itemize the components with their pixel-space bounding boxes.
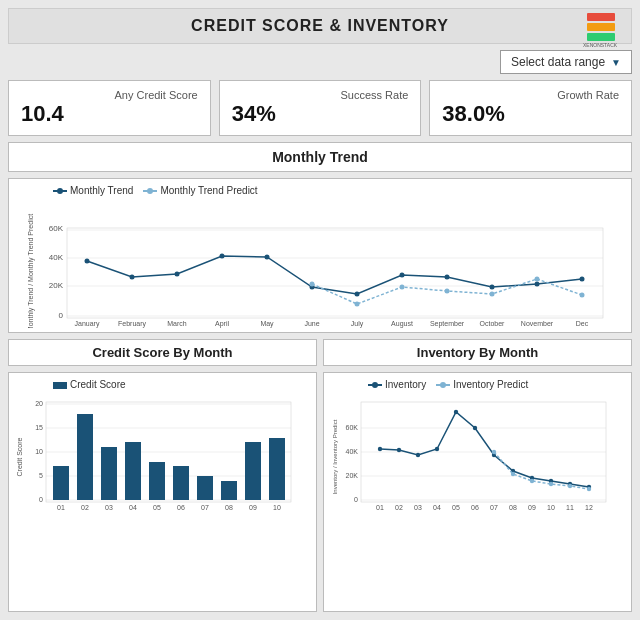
svg-point-85 (372, 382, 378, 388)
svg-text:0: 0 (39, 496, 43, 503)
bottom-charts-row: Credit Score Credit Score 0 5 10 15 20 (8, 372, 632, 612)
page-title: CREDIT SCORE & INVENTORY (191, 17, 449, 35)
credit-score-svg: Credit Score 0 5 10 15 20 (13, 392, 298, 512)
kpi-success-rate-value: 34% (232, 101, 409, 127)
header: CREDIT SCORE & INVENTORY XENONSTACK (8, 8, 632, 44)
credit-score-by-month-title: Credit Score By Month (92, 345, 232, 360)
legend-credit-score-icon (53, 381, 67, 389)
svg-text:Monthly Trend / Monthly Trend : Monthly Trend / Monthly Trend Predict (27, 214, 35, 328)
kpi-growth-rate-label: Growth Rate (442, 89, 619, 101)
svg-point-32 (130, 275, 135, 280)
svg-text:May: May (260, 320, 274, 328)
svg-point-37 (355, 292, 360, 297)
svg-point-103 (473, 426, 477, 430)
svg-point-99 (397, 448, 401, 452)
svg-rect-68 (173, 466, 189, 500)
svg-point-112 (530, 479, 534, 483)
svg-point-47 (490, 292, 495, 297)
svg-text:0: 0 (59, 311, 64, 320)
svg-text:05: 05 (153, 504, 161, 511)
data-range-button[interactable]: Select data range ▼ (500, 50, 632, 74)
kpi-credit-score: Any Credit Score 10.4 (8, 80, 211, 136)
svg-point-102 (454, 410, 458, 414)
inventory-legend: Inventory Inventory Predict (368, 379, 627, 390)
svg-text:Credit Score: Credit Score (16, 437, 23, 476)
inventory-svg: Inventory / Inventory Predict 0 20K 40K … (328, 392, 613, 512)
legend-inventory-predict-icon (436, 381, 450, 389)
monthly-trend-title: Monthly Trend (272, 149, 368, 165)
svg-rect-63 (53, 466, 69, 500)
svg-text:April: April (215, 320, 229, 328)
legend-inventory-icon (368, 381, 382, 389)
svg-text:Dec: Dec (576, 320, 589, 327)
monthly-trend-chart: Monthly Trend Monthly Trend Predict Mont… (8, 178, 632, 333)
svg-text:February: February (118, 320, 147, 328)
monthly-trend-title-box: Monthly Trend (8, 142, 632, 172)
svg-rect-1 (587, 23, 615, 31)
svg-text:07: 07 (201, 504, 209, 511)
data-range-label: Select data range (511, 55, 605, 69)
xenonstack-logo: XENONSTACK (579, 13, 623, 49)
bottom-section-labels: Credit Score By Month Inventory By Month (8, 339, 632, 366)
svg-point-34 (220, 254, 225, 259)
svg-text:October: October (480, 320, 506, 327)
svg-rect-64 (77, 414, 93, 500)
svg-point-33 (175, 272, 180, 277)
svg-rect-50 (53, 382, 67, 389)
svg-point-113 (549, 482, 553, 486)
svg-text:15: 15 (35, 424, 43, 431)
svg-text:September: September (430, 320, 465, 328)
kpi-success-rate-label: Success Rate (232, 89, 409, 101)
svg-point-49 (580, 293, 585, 298)
svg-point-40 (490, 285, 495, 290)
kpi-success-rate: Success Rate 34% (219, 80, 422, 136)
svg-text:05: 05 (452, 504, 460, 511)
svg-text:06: 06 (471, 504, 479, 511)
svg-point-115 (587, 487, 591, 491)
kpi-growth-rate-value: 38.0% (442, 101, 619, 127)
svg-text:02: 02 (395, 504, 403, 511)
svg-text:06: 06 (177, 504, 185, 511)
svg-rect-69 (197, 476, 213, 500)
data-range-row: Select data range ▼ (8, 50, 632, 74)
legend-monthly-trend-icon (53, 187, 67, 195)
svg-text:January: January (75, 320, 100, 328)
dropdown-arrow-icon: ▼ (611, 57, 621, 68)
svg-text:5: 5 (39, 472, 43, 479)
svg-point-42 (580, 277, 585, 282)
credit-score-chart: Credit Score Credit Score 0 5 10 15 20 (8, 372, 317, 612)
svg-point-101 (435, 447, 439, 451)
svg-rect-17 (67, 228, 603, 318)
svg-text:60K: 60K (49, 224, 64, 233)
svg-text:01: 01 (376, 504, 384, 511)
svg-point-41 (535, 282, 540, 287)
svg-text:0: 0 (354, 496, 358, 503)
legend-monthly-trend-label: Monthly Trend (70, 185, 133, 196)
svg-text:02: 02 (81, 504, 89, 511)
inventory-by-month-title: Inventory By Month (417, 345, 538, 360)
svg-text:Inventory / Inventory Predict: Inventory / Inventory Predict (332, 419, 338, 494)
svg-text:10: 10 (273, 504, 281, 511)
svg-text:04: 04 (433, 504, 441, 511)
svg-point-114 (568, 484, 572, 488)
svg-point-98 (378, 447, 382, 451)
legend-monthly-trend-predict-icon (143, 187, 157, 195)
svg-point-44 (355, 302, 360, 307)
svg-text:10: 10 (35, 448, 43, 455)
svg-text:12: 12 (585, 504, 593, 511)
svg-text:09: 09 (528, 504, 536, 511)
svg-point-35 (265, 255, 270, 260)
svg-point-7 (147, 188, 153, 194)
svg-rect-71 (245, 442, 261, 500)
credit-score-legend: Credit Score (53, 379, 312, 390)
svg-point-45 (400, 285, 405, 290)
legend-credit-score: Credit Score (53, 379, 126, 390)
svg-point-111 (511, 472, 515, 476)
kpi-row: Any Credit Score 10.4 Success Rate 34% G… (8, 80, 632, 136)
svg-text:20K: 20K (49, 281, 64, 290)
legend-inventory-predict: Inventory Predict (436, 379, 528, 390)
svg-rect-65 (101, 447, 117, 500)
svg-rect-0 (587, 13, 615, 21)
inventory-by-month-label: Inventory By Month (323, 339, 632, 366)
svg-text:XENONSTACK: XENONSTACK (583, 42, 618, 48)
